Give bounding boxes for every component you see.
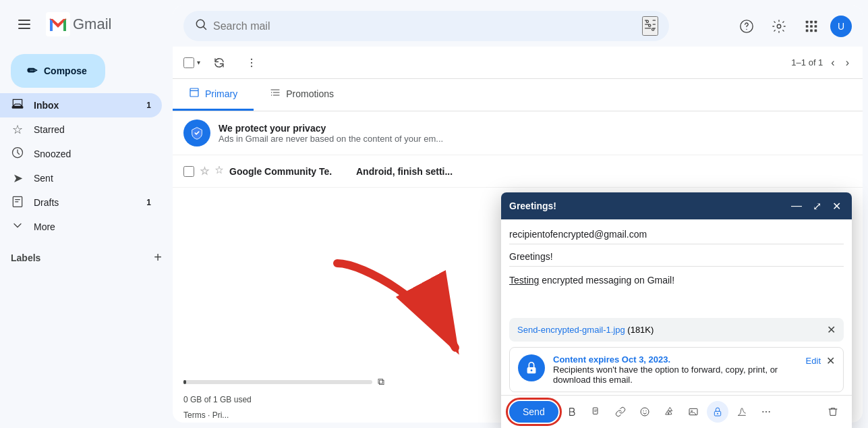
confidential-button[interactable] xyxy=(707,401,728,423)
svg-point-22 xyxy=(271,95,272,95)
delete-button[interactable] xyxy=(822,401,844,423)
footer-text: Terms · Pri... xyxy=(183,410,229,420)
svg-rect-1 xyxy=(12,106,24,108)
email-checkbox[interactable] xyxy=(183,166,194,177)
filter-icon[interactable] xyxy=(642,16,658,36)
attachment-link[interactable]: Send-encrypted-gmail-1.jpg xyxy=(517,325,625,335)
snoozed-label: Snoozed xyxy=(34,149,71,159)
star-icon: ☆ xyxy=(11,122,24,137)
compose-message-body: Testing encrypted messaging on Gmail! xyxy=(509,269,844,310)
attach-files-button[interactable] xyxy=(585,401,607,423)
select-all-checkbox[interactable] xyxy=(183,57,194,68)
svg-point-28 xyxy=(645,410,646,411)
expiry-text: Content expires Oct 3, 2023. Recipients … xyxy=(553,354,798,385)
svg-rect-29 xyxy=(689,408,697,414)
pagination-prev-button[interactable]: ‹ xyxy=(828,54,837,72)
insert-link-button[interactable] xyxy=(610,401,631,423)
pagination-next-button[interactable]: › xyxy=(843,54,852,72)
email-list-header: ▾ 1–1 of 1 ‹ › xyxy=(173,47,863,79)
starred-label: Starred xyxy=(34,124,65,135)
search-icon xyxy=(194,18,208,34)
inbox-icon xyxy=(11,97,24,114)
privacy-banner: We protect your privacy Ads in Gmail are… xyxy=(173,111,863,155)
labels-section: Labels + xyxy=(0,239,173,268)
sidebar-item-sent[interactable]: ➤ Sent xyxy=(0,166,162,190)
snoozed-icon xyxy=(11,146,24,163)
tab-promotions[interactable]: Promotions xyxy=(254,79,350,111)
expiry-actions: Edit ✕ xyxy=(806,354,835,367)
hamburger-button[interactable] xyxy=(11,11,38,38)
tab-primary[interactable]: Primary xyxy=(173,79,254,111)
svg-rect-16 xyxy=(815,29,817,32)
expiry-date: Content expires Oct 3, 2023. xyxy=(553,354,670,365)
close-expiry-button[interactable]: ✕ xyxy=(826,354,835,367)
sidebar-item-snoozed[interactable]: Snoozed xyxy=(0,142,162,166)
hamburger-area: Gmail xyxy=(0,5,173,43)
format-bold-button[interactable] xyxy=(561,401,583,423)
drafts-badge: 1 xyxy=(146,198,151,207)
more-toolbar-button[interactable] xyxy=(755,401,777,423)
minimize-button[interactable]: — xyxy=(788,198,805,213)
labels-heading: Labels xyxy=(11,252,40,263)
more-label: More xyxy=(34,221,55,232)
star-button[interactable]: ☆ xyxy=(200,165,209,178)
drive-button[interactable] xyxy=(658,401,680,423)
sidebar-item-drafts[interactable]: Drafts 1 xyxy=(0,190,162,215)
drafts-label: Drafts xyxy=(34,197,59,208)
storage-fill xyxy=(183,380,186,384)
expand-button[interactable]: ⤢ xyxy=(810,198,824,214)
svg-point-7 xyxy=(777,24,781,28)
expiry-lock-icon xyxy=(518,354,545,381)
help-button[interactable] xyxy=(733,13,760,40)
attachment-name: Send-encrypted-gmail-1.jpg (181K) xyxy=(517,325,654,335)
close-compose-button[interactable]: ✕ xyxy=(830,198,844,214)
remove-attachment-button[interactable]: ✕ xyxy=(827,323,836,336)
search-input[interactable] xyxy=(213,20,637,32)
svg-rect-20 xyxy=(190,88,198,97)
tab-promotions-label: Promotions xyxy=(286,88,334,99)
add-label-button[interactable]: + xyxy=(154,250,162,265)
apps-button[interactable] xyxy=(798,13,825,40)
topbar-right: U xyxy=(733,13,852,40)
svg-point-21 xyxy=(271,92,272,92)
recipient-value: recipientofencrypted@gmail.com xyxy=(509,229,647,240)
svg-point-34 xyxy=(765,411,767,412)
important-icon xyxy=(214,165,224,177)
promotions-tab-icon xyxy=(270,87,281,101)
svg-rect-9 xyxy=(810,20,813,23)
send-button[interactable]: Send xyxy=(509,401,558,423)
primary-tab-icon xyxy=(189,87,200,101)
email-row[interactable]: ☆ Google Community Te. Android, finish s… xyxy=(173,155,863,188)
emoji-button[interactable] xyxy=(634,401,656,423)
sidebar-item-starred[interactable]: ☆ Starred xyxy=(0,117,162,142)
photo-button[interactable] xyxy=(683,401,704,423)
compose-label: Compose xyxy=(44,65,87,76)
compose-header-actions: — ⤢ ✕ xyxy=(788,198,844,214)
inbox-badge: 1 xyxy=(146,101,151,110)
checkbox-dropdown-button[interactable]: ▾ xyxy=(197,59,200,66)
email-subject: Android, finish setti... xyxy=(356,166,852,177)
search-bar xyxy=(183,11,669,41)
hamburger-icon xyxy=(18,20,30,29)
select-all-area: ▾ xyxy=(183,57,200,68)
edit-expiry-button[interactable]: Edit xyxy=(806,356,821,366)
more-options-button[interactable] xyxy=(238,49,265,76)
storage-link-icon[interactable]: ⧉ xyxy=(378,376,384,387)
settings-button[interactable] xyxy=(765,13,792,40)
refresh-button[interactable] xyxy=(206,49,233,76)
compose-window: Greetings! — ⤢ ✕ recipientofencrypted@gm… xyxy=(501,192,852,428)
topbar: U xyxy=(173,5,863,47)
sidebar-item-more[interactable]: More xyxy=(0,215,162,239)
svg-rect-13 xyxy=(815,25,817,28)
svg-point-17 xyxy=(251,58,252,59)
compose-button[interactable]: ✏ Compose xyxy=(11,54,105,88)
more-chevron-icon xyxy=(11,219,24,236)
gmail-logo: Gmail xyxy=(46,12,111,36)
subject-field: Greetings! xyxy=(509,247,844,267)
avatar[interactable]: U xyxy=(830,16,852,37)
signature-button[interactable] xyxy=(731,401,753,423)
expiry-description: Recipients won't have the option to forw… xyxy=(553,365,778,385)
compose-header: Greetings! — ⤢ ✕ xyxy=(501,192,852,219)
svg-point-32 xyxy=(717,413,718,414)
sidebar-item-inbox[interactable]: Inbox 1 xyxy=(0,93,162,117)
